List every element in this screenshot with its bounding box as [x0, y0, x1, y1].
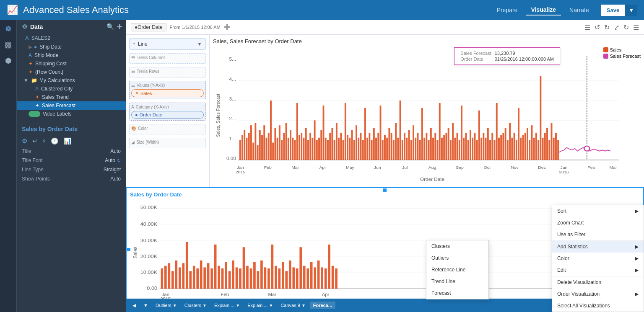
data-search-icon[interactable]: 🔍: [106, 23, 114, 31]
chart-icon[interactable]: ▩: [5, 40, 12, 49]
explain2-tab[interactable]: Explain ...▼: [244, 302, 276, 309]
svg-rect-85: [356, 125, 357, 160]
nav-back-button[interactable]: ◀: [129, 302, 139, 309]
viz-tool-grid[interactable]: ♯: [43, 137, 46, 145]
svg-rect-55: [290, 130, 291, 160]
color-shelf[interactable]: 🎨 Color: [129, 124, 206, 134]
data-panel: ☸ Data 🔍 ✚ A SALES2 ▶ ● Ship Date A Ship…: [17, 20, 126, 183]
undo-icon[interactable]: ↺: [595, 23, 600, 31]
svg-text:30.00K: 30.00K: [140, 237, 157, 243]
value-labels-toggle[interactable]: Value Labels: [17, 110, 126, 118]
cm-edit[interactable]: Edit ▶: [552, 264, 644, 276]
svg-rect-205: [203, 268, 206, 289]
viz-section-title[interactable]: Sales by Order Date: [22, 126, 78, 132]
cm-add-statistics[interactable]: Add Statistics ▶: [552, 241, 644, 253]
svg-rect-108: [406, 138, 408, 160]
field-sales-forecast[interactable]: ✦ Sales Forecast: [17, 101, 126, 110]
svg-rect-156: [511, 138, 513, 160]
svg-text:Jun: Jun: [374, 165, 381, 170]
context-menu: Sort ▶ Zoom Chart Use as Filter Add Stat…: [552, 205, 644, 312]
field-row-count[interactable]: ✦ {Row Count}: [17, 68, 126, 76]
cm-order-viz[interactable]: Order Visualization ▶: [552, 288, 644, 300]
svg-rect-209: [218, 266, 220, 289]
tab-prepare[interactable]: Prepare: [492, 5, 523, 15]
field-sales-trend[interactable]: ✦ Sales Trend: [17, 93, 126, 101]
sel-handle-top[interactable]: [383, 188, 387, 192]
svg-rect-41: [259, 130, 261, 160]
svg-rect-199: [182, 263, 184, 289]
prop-title-font-reset[interactable]: ↻: [117, 158, 121, 163]
svg-rect-231: [296, 268, 299, 289]
viz-tool-back[interactable]: ↵: [32, 137, 38, 145]
cm-trend-line[interactable]: Trend Line: [426, 276, 488, 287]
cm-zoom-chart[interactable]: Zoom Chart: [552, 217, 644, 229]
refresh-icon[interactable]: ↻: [623, 23, 629, 31]
field-ship-date[interactable]: ▶ ● Ship Date: [17, 43, 126, 51]
save-dropdown-button[interactable]: ▼: [625, 5, 637, 16]
data-icon[interactable]: ☸: [5, 24, 12, 34]
size-shelf[interactable]: ◢ Size (Width): [129, 138, 206, 148]
svg-rect-221: [260, 260, 263, 289]
trellis-rows-shelf[interactable]: ☷ Trellis Rows: [129, 67, 206, 77]
svg-rect-94: [375, 138, 377, 160]
sel-handle-left[interactable]: [127, 248, 131, 252]
more-icon[interactable]: ☰: [633, 23, 639, 31]
tab-narrate[interactable]: Narrate: [564, 5, 594, 15]
svg-rect-39: [254, 123, 256, 160]
tab-visualize[interactable]: Visualize: [526, 5, 561, 15]
outliers-tab[interactable]: Outliers▼: [152, 302, 180, 309]
field-shipping-cost[interactable]: ✦ Shipping Cost: [17, 59, 126, 68]
forecast-tab[interactable]: Foreca...: [310, 302, 335, 309]
svg-text:Feb: Feb: [221, 292, 229, 297]
data-add-icon[interactable]: ✚: [117, 23, 122, 31]
svg-rect-194: [164, 266, 167, 289]
field-icon-clustered-city: A: [35, 86, 39, 92]
svg-rect-163: [527, 128, 528, 160]
share-icon[interactable]: ⤤: [614, 23, 619, 31]
cm-use-as-filter[interactable]: Use as Filter: [552, 229, 644, 240]
main-chart-area: Sales, Sales Forecast by Order Date Sale…: [210, 35, 644, 187]
save-button[interactable]: Save: [601, 5, 625, 16]
folder-my-calculations[interactable]: ▼ 📁 My Calculations: [17, 76, 126, 85]
viz-tool-clock[interactable]: 🕐: [51, 137, 59, 145]
cm-select-all[interactable]: Select All Visualizations: [552, 300, 644, 312]
redo-icon[interactable]: ↻: [604, 23, 610, 31]
cm-clusters[interactable]: Clusters: [426, 240, 488, 252]
viz-tool-settings[interactable]: ⚙: [22, 137, 27, 145]
cm-outliers[interactable]: Outliers: [426, 252, 488, 264]
field-clustered-city[interactable]: A Clustered City: [17, 85, 126, 93]
x-axis-icon: A: [131, 105, 134, 109]
svg-rect-101: [391, 133, 392, 160]
cm-delete-viz[interactable]: Delete Visualization: [552, 276, 644, 288]
clusters-tab[interactable]: Clusters▼: [181, 302, 210, 309]
chart-type-button[interactable]: ⁃ Line ▼: [129, 38, 206, 50]
nav-tabs: Prepare Visualize Narrate: [492, 5, 594, 15]
svg-rect-155: [509, 123, 511, 160]
cm-forecast[interactable]: Forecast: [426, 287, 488, 299]
menu-icon[interactable]: ☰: [584, 23, 590, 31]
main-chart-title: Sales, Sales Forecast by Order Date: [213, 38, 641, 44]
cm-reference-line[interactable]: Reference Line: [426, 264, 488, 276]
order-date-shelf-pill[interactable]: ● Order Date: [131, 111, 204, 119]
cm-color[interactable]: Color ▶: [552, 253, 644, 264]
x-axis-shelf: A Category (X-Axis) ● Order Date: [129, 103, 206, 121]
svg-rect-109: [408, 130, 410, 160]
sales-pill[interactable]: ✦ Sales: [131, 89, 204, 97]
order-date-shelf-label: Order Date: [140, 112, 162, 117]
svg-rect-56: [292, 138, 293, 160]
svg-rect-151: [500, 135, 502, 160]
legend-label-sales: Sales: [610, 47, 622, 52]
viz-tool-chart[interactable]: 📊: [64, 137, 72, 145]
field-ship-mode[interactable]: A Ship Mode: [17, 51, 126, 59]
svg-rect-214: [236, 268, 238, 289]
cm-sort[interactable]: Sort ▶: [552, 205, 644, 217]
explain1-tab[interactable]: Explain ...▼: [211, 302, 243, 309]
svg-rect-154: [507, 140, 509, 160]
nav-down-button[interactable]: ▼: [140, 302, 151, 309]
add-filter-button[interactable]: ✚: [224, 23, 230, 32]
svg-rect-217: [246, 266, 249, 289]
canvas9-tab[interactable]: Canvas 9▼: [277, 302, 309, 309]
svg-rect-49: [277, 138, 278, 160]
trellis-columns-shelf[interactable]: ☷ Trellis Columns: [129, 53, 206, 64]
filter-icon[interactable]: ⬢: [5, 56, 12, 65]
